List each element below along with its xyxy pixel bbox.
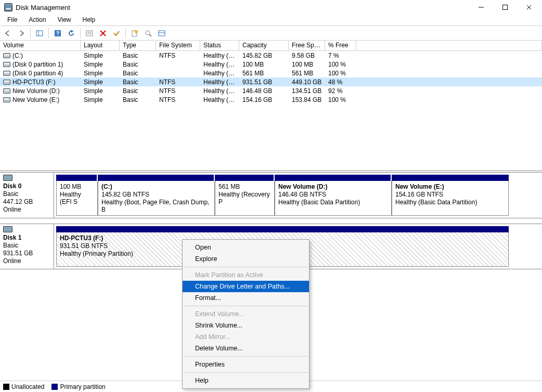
settings-button[interactable] — [84, 28, 95, 39]
window-title: Disk Management — [16, 4, 70, 11]
column-volume[interactable]: Volume — [0, 41, 81, 50]
column-status[interactable]: Status — [200, 41, 239, 50]
volume-row[interactable]: (Disk 0 partition 4)SimpleBasicHealthy (… — [0, 69, 542, 77]
list-button[interactable] — [156, 28, 167, 39]
toolbar-separator — [125, 28, 126, 38]
svg-text:?: ? — [56, 30, 60, 36]
drive-icon — [3, 62, 10, 67]
app-icon — [4, 3, 12, 11]
disk-icon — [3, 226, 12, 232]
partition[interactable]: New Volume (D:)146.48 GB NTFSHealthy (Ba… — [275, 181, 392, 216]
menu-view[interactable]: View — [53, 15, 76, 25]
column-type[interactable]: Type — [120, 41, 156, 50]
legend-primary: Primary partition — [51, 383, 105, 390]
drive-icon — [3, 97, 10, 102]
menu-separator — [184, 372, 308, 373]
volume-row[interactable]: (C:)SimpleBasicNTFSHealthy (B...145.82 G… — [0, 51, 542, 60]
volume-list-header: Volume Layout Type File System Status Ca… — [0, 41, 542, 51]
help-button[interactable]: ? — [52, 28, 63, 39]
menu-explore[interactable]: Explore — [183, 253, 309, 265]
volume-row[interactable]: (Disk 0 partition 1)SimpleBasicHealthy (… — [0, 60, 542, 69]
new-button[interactable] — [129, 28, 140, 39]
menu-separator — [184, 306, 308, 306]
volume-list-body[interactable]: (C:)SimpleBasicNTFSHealthy (B...145.82 G… — [0, 51, 542, 171]
menu-bar: File Action View Help — [0, 15, 542, 26]
menu-extend-volume: Extend Volume... — [183, 308, 309, 320]
svg-rect-1 — [503, 5, 508, 10]
partition[interactable]: 561 MBHealthy (Recovery P — [215, 181, 275, 216]
volume-row[interactable]: HD-PCTU3 (F:)SimpleBasicNTFSHealthy (P..… — [0, 77, 542, 86]
drive-icon — [3, 53, 10, 58]
svg-rect-15 — [159, 31, 165, 36]
column-pct[interactable]: % Free — [325, 41, 356, 50]
disk-block: Disk 0Basic447.12 GBOnline100 MBHealthy … — [0, 172, 542, 218]
svg-rect-4 — [36, 31, 43, 36]
title-bar: Disk Management — [0, 0, 542, 15]
swatch-primary — [51, 384, 58, 390]
swatch-unallocated — [3, 384, 9, 390]
show-hide-tree-button[interactable] — [34, 28, 45, 39]
menu-mark-active: Mark Partition as Active — [183, 269, 309, 281]
drive-icon — [3, 88, 10, 94]
menu-help[interactable]: Help — [183, 375, 309, 386]
column-spacer — [356, 41, 542, 50]
window-controls — [469, 0, 541, 15]
column-free[interactable]: Free Spa... — [289, 41, 325, 50]
menu-add-mirror: Add Mirror... — [183, 331, 309, 343]
partition[interactable]: (C:)145.82 GB NTFSHealthy (Boot, Page Fi… — [98, 181, 215, 216]
disk-info[interactable]: Disk 1Basic931.51 GBOnline — [0, 224, 54, 269]
svg-point-12 — [135, 30, 138, 33]
menu-properties[interactable]: Properties — [183, 359, 309, 370]
partition[interactable]: New Volume (E:)154.16 GB NTFSHealthy (Ba… — [392, 181, 509, 216]
drive-icon — [3, 71, 10, 76]
refresh-button[interactable] — [66, 28, 77, 39]
column-capacity[interactable]: Capacity — [239, 41, 289, 50]
drive-icon — [3, 80, 10, 85]
menu-shrink-volume[interactable]: Shrink Volume... — [183, 320, 309, 331]
forward-button[interactable] — [16, 28, 27, 39]
svg-line-14 — [149, 34, 151, 36]
search-button[interactable] — [143, 28, 154, 39]
close-button[interactable] — [517, 0, 541, 15]
disk-info[interactable]: Disk 0Basic447.12 GBOnline — [0, 173, 54, 218]
svg-point-13 — [146, 31, 150, 35]
column-filesystem[interactable]: File System — [156, 41, 200, 50]
menu-format[interactable]: Format... — [183, 292, 309, 304]
menu-change-drive-letter[interactable]: Change Drive Letter and Paths... — [183, 281, 309, 292]
toolbar-separator — [48, 28, 49, 38]
maximize-button[interactable] — [493, 0, 517, 15]
svg-rect-8 — [86, 31, 93, 36]
toolbar-separator — [80, 28, 81, 38]
menu-action[interactable]: Action — [23, 15, 51, 25]
toolbar-separator — [30, 28, 31, 38]
context-menu: Open Explore Mark Partition as Active Ch… — [182, 239, 309, 389]
volume-row[interactable]: New Volume (E:)SimpleBasicNTFSHealthy (B… — [0, 95, 542, 104]
menu-separator — [184, 356, 308, 357]
minimize-button[interactable] — [469, 0, 493, 15]
partition[interactable]: 100 MBHealthy (EFI S — [56, 181, 98, 216]
volume-list: Volume Layout Type File System Status Ca… — [0, 41, 542, 171]
disk-icon — [3, 175, 12, 181]
menu-delete-volume[interactable]: Delete Volume... — [183, 343, 309, 354]
delete-button[interactable] — [97, 28, 109, 39]
menu-help[interactable]: Help — [78, 15, 101, 25]
menu-file[interactable]: File — [2, 15, 22, 25]
menu-open[interactable]: Open — [183, 242, 309, 253]
volume-row[interactable]: New Volume (D:)SimpleBasicNTFSHealthy (B… — [0, 86, 542, 95]
toolbar: ? — [0, 26, 542, 41]
legend-unallocated: Unallocated — [3, 383, 44, 390]
menu-separator — [184, 267, 308, 267]
back-button[interactable] — [2, 28, 14, 39]
check-button[interactable] — [111, 28, 122, 39]
column-layout[interactable]: Layout — [81, 41, 120, 50]
